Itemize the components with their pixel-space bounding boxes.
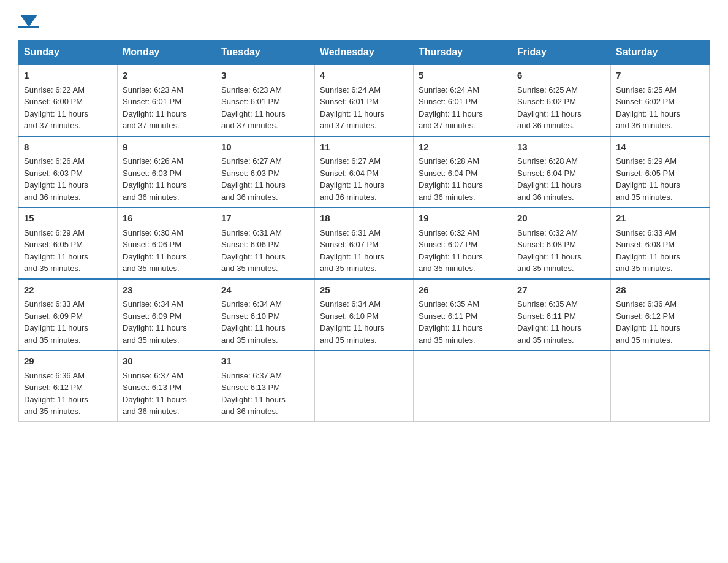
day-info: Sunrise: 6:25 AMSunset: 6:02 PMDaylight:…: [517, 85, 582, 131]
day-info: Sunrise: 6:26 AMSunset: 6:03 PMDaylight:…: [123, 156, 187, 202]
day-number: 20: [517, 212, 605, 226]
calendar-day: 5 Sunrise: 6:24 AMSunset: 6:01 PMDayligh…: [414, 64, 512, 136]
calendar-day: 6 Sunrise: 6:25 AMSunset: 6:02 PMDayligh…: [512, 64, 611, 136]
day-number: 13: [517, 140, 605, 155]
day-number: 5: [419, 69, 507, 83]
calendar-day: 17 Sunrise: 6:31 AMSunset: 6:06 PMDaylig…: [216, 207, 315, 279]
day-number: 2: [123, 69, 211, 83]
calendar-day: 21 Sunrise: 6:33 AMSunset: 6:08 PMDaylig…: [611, 207, 710, 279]
day-number: 21: [616, 212, 704, 226]
day-number: 11: [320, 140, 408, 155]
calendar-day: 26 Sunrise: 6:35 AMSunset: 6:11 PMDaylig…: [414, 279, 512, 351]
logo: [18, 12, 39, 28]
calendar-day: 31 Sunrise: 6:37 AMSunset: 6:13 PMDaylig…: [216, 350, 315, 421]
calendar-day: 22 Sunrise: 6:33 AMSunset: 6:09 PMDaylig…: [19, 279, 118, 351]
calendar-day: 25 Sunrise: 6:34 AMSunset: 6:10 PMDaylig…: [315, 279, 414, 351]
day-number: 23: [123, 283, 211, 297]
day-info: Sunrise: 6:27 AMSunset: 6:03 PMDaylight:…: [221, 156, 286, 202]
day-info: Sunrise: 6:36 AMSunset: 6:12 PMDaylight:…: [24, 371, 88, 416]
calendar-day: 23 Sunrise: 6:34 AMSunset: 6:09 PMDaylig…: [118, 279, 216, 351]
day-info: Sunrise: 6:24 AMSunset: 6:01 PMDaylight:…: [419, 85, 483, 131]
day-info: Sunrise: 6:33 AMSunset: 6:09 PMDaylight:…: [24, 299, 88, 345]
calendar-day: 19 Sunrise: 6:32 AMSunset: 6:07 PMDaylig…: [414, 207, 512, 279]
day-number: 27: [517, 283, 605, 297]
day-info: Sunrise: 6:33 AMSunset: 6:08 PMDaylight:…: [616, 228, 680, 274]
calendar-day: 13 Sunrise: 6:28 AMSunset: 6:04 PMDaylig…: [512, 136, 611, 208]
day-header-saturday: Saturday: [611, 40, 710, 65]
day-info: Sunrise: 6:34 AMSunset: 6:10 PMDaylight:…: [320, 299, 384, 345]
day-number: 30: [123, 354, 211, 369]
day-number: 9: [123, 140, 211, 155]
day-number: 28: [616, 283, 704, 297]
calendar-week-5: 29 Sunrise: 6:36 AMSunset: 6:12 PMDaylig…: [19, 350, 710, 421]
day-info: Sunrise: 6:34 AMSunset: 6:10 PMDaylight:…: [221, 299, 286, 345]
calendar-day: 11 Sunrise: 6:27 AMSunset: 6:04 PMDaylig…: [315, 136, 414, 208]
day-info: Sunrise: 6:22 AMSunset: 6:00 PMDaylight:…: [24, 85, 88, 131]
calendar-day: 16 Sunrise: 6:30 AMSunset: 6:06 PMDaylig…: [118, 207, 216, 279]
day-number: 26: [419, 283, 507, 297]
page-header: [18, 12, 710, 28]
day-info: Sunrise: 6:32 AMSunset: 6:08 PMDaylight:…: [517, 228, 582, 274]
calendar-day: 10 Sunrise: 6:27 AMSunset: 6:03 PMDaylig…: [216, 136, 315, 208]
day-number: 31: [221, 354, 309, 369]
calendar-day: 24 Sunrise: 6:34 AMSunset: 6:10 PMDaylig…: [216, 279, 315, 351]
calendar-day: 20 Sunrise: 6:32 AMSunset: 6:08 PMDaylig…: [512, 207, 611, 279]
day-header-wednesday: Wednesday: [315, 40, 414, 65]
day-info: Sunrise: 6:27 AMSunset: 6:04 PMDaylight:…: [320, 156, 384, 202]
calendar-day: 18 Sunrise: 6:31 AMSunset: 6:07 PMDaylig…: [315, 207, 414, 279]
day-number: 29: [24, 354, 112, 369]
day-number: 18: [320, 212, 408, 226]
calendar-week-1: 1 Sunrise: 6:22 AMSunset: 6:00 PMDayligh…: [19, 64, 710, 136]
day-info: Sunrise: 6:24 AMSunset: 6:01 PMDaylight:…: [320, 85, 384, 131]
day-header-sunday: Sunday: [19, 40, 118, 65]
calendar-day: [414, 350, 512, 421]
calendar-week-2: 8 Sunrise: 6:26 AMSunset: 6:03 PMDayligh…: [19, 136, 710, 208]
day-number: 6: [517, 69, 605, 83]
calendar-day: 29 Sunrise: 6:36 AMSunset: 6:12 PMDaylig…: [19, 350, 118, 421]
day-number: 10: [221, 140, 309, 155]
day-number: 24: [221, 283, 309, 297]
logo-arrow-icon: [20, 15, 37, 27]
day-header-tuesday: Tuesday: [216, 40, 315, 65]
day-header-friday: Friday: [512, 40, 611, 65]
calendar-day: [315, 350, 414, 421]
calendar-day: 1 Sunrise: 6:22 AMSunset: 6:00 PMDayligh…: [19, 64, 118, 136]
day-info: Sunrise: 6:37 AMSunset: 6:13 PMDaylight:…: [221, 371, 286, 416]
day-number: 25: [320, 283, 408, 297]
day-number: 3: [221, 69, 309, 83]
day-number: 14: [616, 140, 704, 155]
calendar-day: 30 Sunrise: 6:37 AMSunset: 6:13 PMDaylig…: [118, 350, 216, 421]
day-info: Sunrise: 6:23 AMSunset: 6:01 PMDaylight:…: [221, 85, 286, 131]
day-info: Sunrise: 6:32 AMSunset: 6:07 PMDaylight:…: [419, 228, 483, 274]
day-info: Sunrise: 6:37 AMSunset: 6:13 PMDaylight:…: [123, 371, 187, 416]
calendar-header-row: SundayMondayTuesdayWednesdayThursdayFrid…: [19, 40, 710, 65]
calendar-day: 8 Sunrise: 6:26 AMSunset: 6:03 PMDayligh…: [19, 136, 118, 208]
calendar-day: [611, 350, 710, 421]
day-number: 12: [419, 140, 507, 155]
day-info: Sunrise: 6:34 AMSunset: 6:09 PMDaylight:…: [123, 299, 187, 345]
calendar-day: 9 Sunrise: 6:26 AMSunset: 6:03 PMDayligh…: [118, 136, 216, 208]
day-info: Sunrise: 6:30 AMSunset: 6:06 PMDaylight:…: [123, 228, 187, 274]
day-number: 15: [24, 212, 112, 226]
calendar-day: 12 Sunrise: 6:28 AMSunset: 6:04 PMDaylig…: [414, 136, 512, 208]
day-info: Sunrise: 6:29 AMSunset: 6:05 PMDaylight:…: [24, 228, 88, 274]
day-number: 22: [24, 283, 112, 297]
day-header-monday: Monday: [118, 40, 216, 65]
calendar-day: 14 Sunrise: 6:29 AMSunset: 6:05 PMDaylig…: [611, 136, 710, 208]
day-info: Sunrise: 6:25 AMSunset: 6:02 PMDaylight:…: [616, 85, 680, 131]
day-info: Sunrise: 6:31 AMSunset: 6:06 PMDaylight:…: [221, 228, 286, 274]
calendar-day: 4 Sunrise: 6:24 AMSunset: 6:01 PMDayligh…: [315, 64, 414, 136]
day-info: Sunrise: 6:28 AMSunset: 6:04 PMDaylight:…: [517, 156, 582, 202]
day-number: 1: [24, 69, 112, 83]
calendar-day: 3 Sunrise: 6:23 AMSunset: 6:01 PMDayligh…: [216, 64, 315, 136]
day-number: 16: [123, 212, 211, 226]
calendar-day: 15 Sunrise: 6:29 AMSunset: 6:05 PMDaylig…: [19, 207, 118, 279]
calendar-week-3: 15 Sunrise: 6:29 AMSunset: 6:05 PMDaylig…: [19, 207, 710, 279]
day-info: Sunrise: 6:35 AMSunset: 6:11 PMDaylight:…: [419, 299, 483, 345]
day-info: Sunrise: 6:28 AMSunset: 6:04 PMDaylight:…: [419, 156, 483, 202]
day-info: Sunrise: 6:35 AMSunset: 6:11 PMDaylight:…: [517, 299, 582, 345]
day-number: 19: [419, 212, 507, 226]
calendar-day: 28 Sunrise: 6:36 AMSunset: 6:12 PMDaylig…: [611, 279, 710, 351]
day-number: 8: [24, 140, 112, 155]
calendar-week-4: 22 Sunrise: 6:33 AMSunset: 6:09 PMDaylig…: [19, 279, 710, 351]
